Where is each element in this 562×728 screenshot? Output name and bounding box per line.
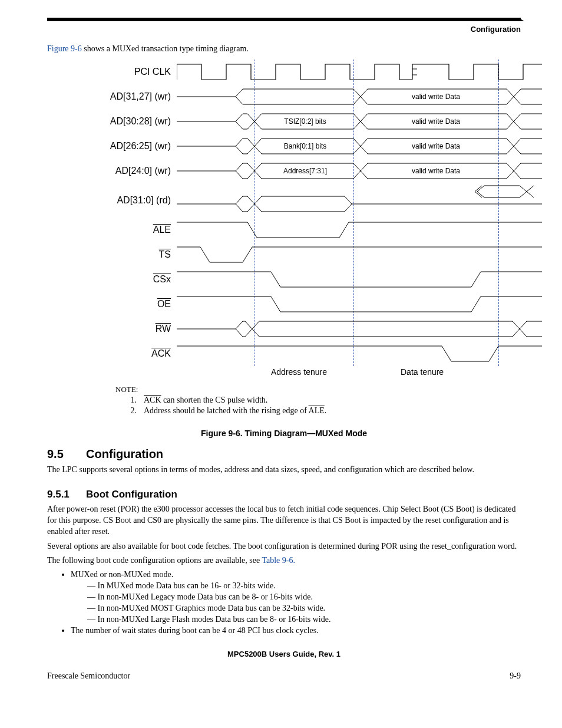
wave-ale: [177, 218, 521, 242]
intro-paragraph: Figure 9-6 shows a MUXed transaction typ…: [47, 44, 521, 54]
signal-label-ack: ACK: [82, 348, 177, 359]
list-item: In non-MUXed Large Flash modes Data bus …: [87, 615, 521, 624]
table-xref[interactable]: Table 9-6.: [262, 556, 295, 565]
wave-oe: [177, 292, 521, 317]
list-item: The number of wait states during boot ca…: [71, 626, 521, 635]
signal-label-ad31-27: AD[31,27] (wr): [82, 91, 177, 102]
footer-doc-title: MPC5200B Users Guide, Rev. 1: [47, 650, 521, 658]
figure-caption: Figure 9-6. Timing Diagram—MUXed Mode: [47, 429, 521, 438]
note-1-text: ACK can shorten the CS pulse width.: [144, 396, 267, 405]
wave-ad31-27: valid write Data: [177, 84, 521, 109]
svg-text:Address[7:31]: Address[7:31]: [283, 167, 327, 175]
wave-csx: [177, 267, 521, 292]
diagram-notes: NOTE: 1. ACK can shorten the CS pulse wi…: [115, 385, 521, 416]
wave-ad26-25: Bank[0:1] bits valid write Data: [177, 134, 521, 159]
phase-address: Address tenure: [271, 367, 327, 377]
signal-label-ale: ALE: [82, 225, 177, 235]
section-9-5-1-p1: After power-on reset (POR) the e300 proc…: [47, 504, 521, 538]
note-1-num: 1.: [115, 396, 144, 405]
phase-data: Data tenure: [401, 367, 444, 377]
list-item: In non-MUXed MOST Graphics mode Data bus…: [87, 604, 521, 613]
signal-label-ad26-25: AD[26:25] (wr): [82, 141, 177, 151]
wave-rw: [177, 317, 521, 341]
figure-xref[interactable]: Figure 9-6: [47, 44, 82, 53]
header-section-label: Configuration: [47, 25, 521, 34]
wave-pciclk: [177, 60, 521, 84]
timing-diagram: PCI CLK AD[31,27] (wr) valid write Data: [82, 60, 521, 380]
section-9-5-1-heading: 9.5.1Boot Configuration: [47, 489, 521, 500]
signal-label-ad30-28: AD[30:28] (wr): [82, 116, 177, 127]
wave-ad31-0-rd: valid read Data: [177, 183, 521, 218]
note-2-text: Address should be latched with the risin…: [144, 406, 326, 416]
signal-label-ad24-0: AD[24:0] (wr): [82, 166, 177, 176]
signal-label-oe: OE: [82, 299, 177, 309]
signal-label-pciclk: PCI CLK: [82, 67, 177, 77]
wave-ad30-28: TSIZ[0:2] bits valid write Data: [177, 109, 521, 134]
svg-text:valid write Data: valid write Data: [412, 142, 460, 150]
section-9-5-1-p2: Several options are also available for b…: [47, 541, 521, 552]
svg-text:valid write Data: valid write Data: [412, 93, 460, 101]
phase-labels: Address tenure Data tenure: [177, 366, 521, 380]
list-item: In non-MUXed Legacy mode Data bus can be…: [87, 592, 521, 602]
wave-ack: [177, 341, 521, 366]
wave-ad24-0: Address[7:31] valid write Data: [177, 159, 521, 183]
svg-text:TSIZ[0:2] bits: TSIZ[0:2] bits: [284, 117, 326, 126]
note-2-num: 2.: [115, 406, 144, 416]
section-9-5-paragraph: The LPC supports several options in term…: [47, 465, 521, 476]
svg-text:valid write Data: valid write Data: [412, 117, 460, 126]
footer-left: Freescale Semiconductor: [47, 671, 130, 681]
header-rule: [47, 18, 521, 21]
signal-label-rw: RW: [82, 324, 177, 334]
list-item: MUXed or non-MUXed mode. In MUXed mode D…: [71, 570, 521, 624]
footer-page: 9-9: [510, 671, 521, 681]
svg-text:Bank[0:1] bits: Bank[0:1] bits: [284, 142, 327, 150]
note-title: NOTE:: [115, 385, 521, 394]
signal-label-ad31-0-rd: AD[31:0] (rd): [82, 195, 177, 206]
boot-options-list: MUXed or non-MUXed mode. In MUXed mode D…: [71, 570, 521, 635]
signal-label-ts: TS: [82, 249, 177, 260]
section-9-5-heading: 9.5Configuration: [47, 447, 521, 461]
svg-text:valid write Data: valid write Data: [412, 167, 460, 175]
list-item: In MUXed mode Data bus can be 16- or 32-…: [87, 581, 521, 591]
wave-ts: [177, 242, 521, 267]
section-9-5-1-p3: The following boot code configuration op…: [47, 555, 521, 566]
signal-label-csx: CSx: [82, 274, 177, 285]
